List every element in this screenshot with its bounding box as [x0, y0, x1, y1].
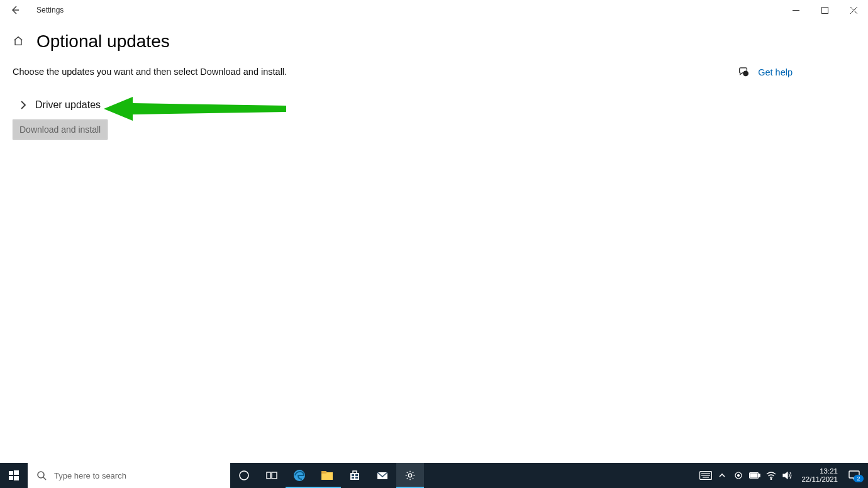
taskbar-app-edge[interactable] — [286, 463, 313, 488]
close-button[interactable] — [839, 0, 868, 20]
expander-label: Driver updates — [35, 99, 101, 111]
svg-point-36 — [771, 479, 772, 480]
tray-show-hidden-button[interactable] — [716, 469, 728, 482]
window-controls — [781, 0, 868, 20]
svg-rect-23 — [352, 477, 354, 479]
svg-rect-22 — [355, 474, 358, 476]
svg-rect-8 — [14, 470, 19, 475]
main-content: Choose the updates you want and then sel… — [0, 52, 868, 140]
svg-rect-34 — [759, 474, 760, 477]
svg-point-13 — [240, 471, 248, 480]
svg-rect-24 — [355, 477, 358, 479]
windows-logo-icon — [9, 470, 19, 480]
taskbar-search[interactable]: Type here to search — [28, 463, 230, 488]
taskbar-app-mail[interactable] — [369, 463, 396, 488]
back-button[interactable] — [6, 1, 24, 19]
system-tray: 13:21 22/11/2021 2 — [699, 463, 868, 488]
chevron-right-icon — [19, 101, 28, 109]
chat-help-icon: ? — [738, 67, 749, 78]
action-center-button[interactable]: 2 — [845, 469, 863, 482]
svg-rect-18 — [321, 471, 326, 474]
search-icon — [36, 470, 47, 480]
search-placeholder: Type here to search — [54, 471, 126, 480]
arrow-left-icon — [10, 5, 20, 15]
tray-time: 13:21 — [801, 467, 838, 475]
page-title: Optional updates — [36, 31, 170, 52]
download-install-button: Download and install — [13, 119, 108, 140]
cortana-icon — [238, 470, 250, 481]
start-button[interactable] — [0, 463, 28, 488]
taskbar-app-file-explorer[interactable] — [313, 463, 341, 488]
wifi-icon — [766, 471, 776, 480]
page-header: Optional updates — [0, 31, 868, 52]
svg-rect-10 — [14, 476, 19, 480]
svg-point-11 — [38, 472, 44, 478]
task-icons — [230, 463, 424, 488]
titlebar: Settings — [0, 0, 868, 20]
edge-icon — [292, 469, 306, 482]
svg-rect-20 — [353, 471, 357, 474]
tray-location-icon[interactable] — [732, 469, 745, 482]
volume-icon — [782, 471, 793, 480]
svg-point-26 — [408, 474, 411, 477]
close-icon — [850, 7, 857, 14]
home-icon — [13, 35, 24, 47]
svg-rect-35 — [750, 474, 757, 477]
gear-icon — [404, 470, 416, 481]
get-help-link[interactable]: Get help — [758, 67, 793, 77]
maximize-icon — [821, 7, 828, 14]
svg-line-12 — [43, 477, 46, 480]
store-icon — [348, 469, 361, 482]
chevron-up-icon — [718, 472, 726, 479]
home-button[interactable] — [13, 35, 25, 48]
battery-icon — [749, 472, 760, 479]
keyboard-icon — [699, 471, 712, 480]
taskbar-app-settings[interactable] — [396, 463, 424, 488]
tray-volume-icon[interactable] — [781, 469, 794, 482]
svg-rect-1 — [821, 7, 828, 13]
taskbar: Type here to search — [0, 463, 868, 488]
svg-rect-21 — [352, 474, 354, 476]
svg-rect-9 — [9, 476, 13, 480]
titlebar-left: Settings — [6, 1, 64, 19]
task-view-icon — [266, 470, 277, 481]
tray-input-indicator[interactable] — [699, 469, 712, 482]
taskbar-app-store[interactable] — [341, 463, 369, 488]
task-view-button[interactable] — [258, 463, 286, 488]
mail-icon — [376, 469, 389, 482]
minimize-button[interactable] — [781, 0, 810, 20]
maximize-button[interactable] — [810, 0, 839, 20]
tray-date: 22/11/2021 — [801, 475, 838, 484]
tray-battery-icon[interactable] — [748, 469, 761, 482]
folder-icon — [320, 469, 334, 482]
svg-rect-7 — [9, 471, 13, 475]
minimize-icon — [793, 7, 799, 14]
svg-rect-15 — [272, 472, 277, 479]
get-help-area: ? Get help — [738, 67, 793, 78]
svg-point-32 — [738, 475, 740, 477]
svg-rect-14 — [267, 472, 270, 479]
tray-wifi-icon[interactable] — [765, 469, 777, 482]
driver-updates-expander[interactable]: Driver updates — [13, 99, 868, 111]
notification-badge: 2 — [854, 475, 864, 482]
cortana-button[interactable] — [230, 463, 258, 488]
location-icon — [734, 471, 743, 480]
tray-clock[interactable]: 13:21 22/11/2021 — [798, 467, 842, 484]
window-title: Settings — [36, 6, 64, 14]
